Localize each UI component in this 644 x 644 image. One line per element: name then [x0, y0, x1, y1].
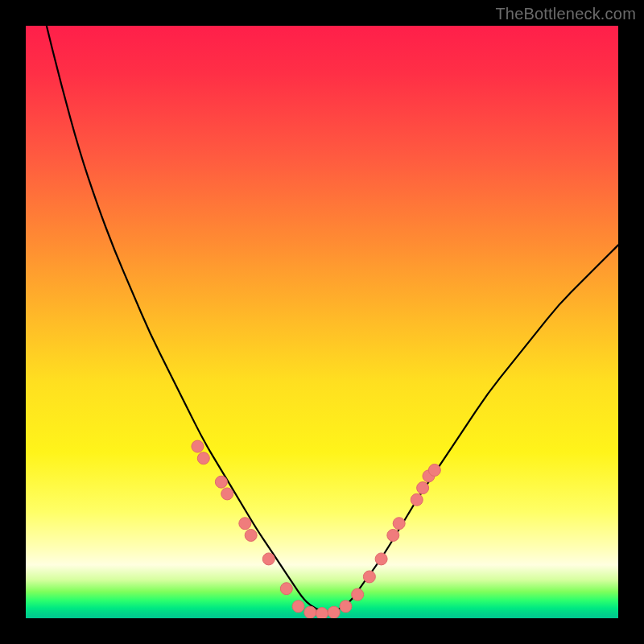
plot-area — [26, 26, 618, 618]
bottleneck-curve — [26, 26, 618, 612]
curve-layer — [26, 26, 618, 618]
chart-frame: TheBottleneck.com — [0, 0, 644, 644]
data-marker — [292, 601, 304, 613]
data-marker — [304, 606, 316, 618]
data-marker — [352, 588, 364, 601]
data-marker — [340, 601, 352, 613]
data-marker — [239, 518, 251, 530]
data-marker — [192, 440, 204, 452]
data-marker — [363, 571, 375, 583]
data-marker — [387, 529, 399, 541]
data-marker — [328, 606, 340, 618]
watermark-text: TheBottleneck.com — [495, 5, 636, 23]
data-marker — [221, 488, 233, 500]
data-marker — [428, 464, 440, 477]
data-marker — [215, 476, 227, 488]
data-marker — [280, 583, 292, 595]
data-marker — [316, 608, 328, 618]
data-marker — [417, 482, 429, 494]
data-marker — [411, 493, 423, 506]
data-marker — [393, 518, 405, 530]
data-marker — [197, 452, 209, 464]
data-marker — [262, 553, 275, 565]
data-marker — [245, 529, 257, 541]
data-marker — [375, 553, 387, 565]
